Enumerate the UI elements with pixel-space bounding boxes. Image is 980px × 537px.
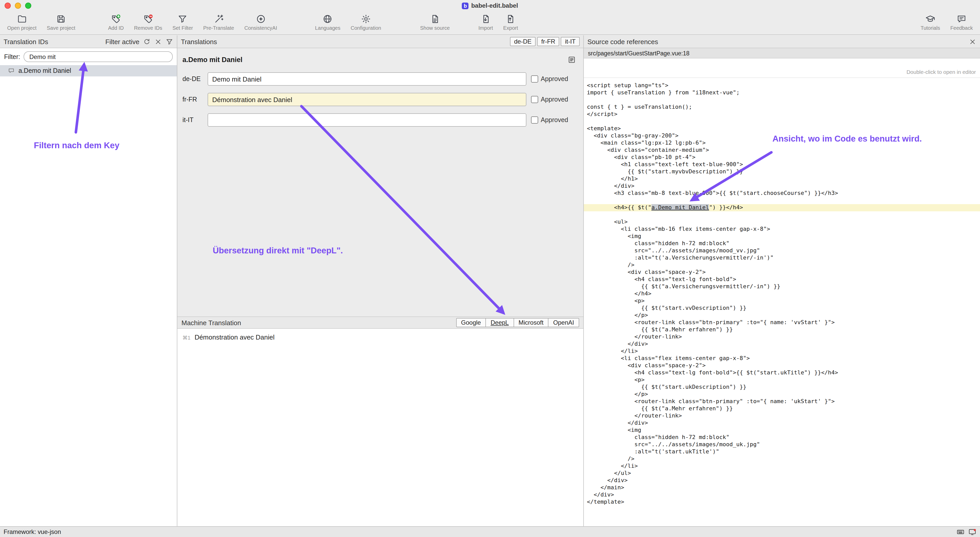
open-in-editor-hint: Double-click to open in editor [907, 69, 976, 75]
toolbar-configuration[interactable]: Configuration [347, 13, 385, 31]
code-line [587, 197, 980, 204]
code-line: <p> [587, 376, 980, 384]
lang-tab-de-de[interactable]: de-DE [510, 37, 536, 46]
wand-icon [213, 14, 224, 24]
refresh-filter-icon[interactable] [143, 38, 151, 45]
doc-icon [430, 14, 440, 24]
translation-row: it-ITApproved [183, 113, 577, 127]
toolbar-label: Remove IDs [134, 25, 162, 31]
toolbar-import[interactable]: Import [474, 13, 497, 31]
code-line [587, 118, 980, 125]
code-line: <ul> [587, 218, 980, 226]
code-line: class="hidden h-72 md:block" [587, 240, 980, 247]
toolbar-label: Export [503, 25, 518, 31]
toolbar-languages[interactable]: Languages [311, 13, 344, 31]
code-line [587, 96, 980, 104]
code-line: <h4>{{ $t("a.Demo mit Daniel") }}</h4> [584, 204, 980, 211]
toolbar-add-id[interactable]: Add ID [104, 13, 128, 31]
translation-id-list: a.Demo mit Daniel [0, 65, 177, 526]
code-line: <template> [587, 125, 980, 132]
close-window-button[interactable] [5, 3, 11, 9]
code-line: {{ $t("start.vvDescription") }} [587, 305, 980, 312]
translation-input-it-it[interactable] [208, 113, 527, 127]
code-line: </div> [587, 419, 980, 427]
approved-checkbox-it-it[interactable] [531, 116, 538, 124]
approved-checkbox-fr-fr[interactable] [531, 96, 538, 103]
code-line: {{ $t("a.Mehr erfahren") }} [587, 326, 980, 333]
zoom-window-button[interactable] [25, 3, 31, 9]
highlighted-translation-key[interactable]: a.Demo mit Daniel [651, 204, 709, 211]
filter-icon[interactable] [165, 38, 173, 45]
consistency-icon [256, 14, 266, 24]
clear-filter-icon[interactable] [154, 38, 162, 45]
translation-ids-title: Translation IDs [3, 38, 48, 45]
filter-input[interactable] [24, 51, 173, 62]
translation-input-fr-fr[interactable] [208, 93, 527, 106]
code-line: <script setup lang="ts"> [587, 82, 980, 89]
toolbar-save-project[interactable]: Save project [43, 13, 80, 31]
translation-input-de-de[interactable] [208, 72, 527, 86]
toolbar-tutorials[interactable]: Tutorials [916, 13, 944, 31]
code-line: <h4 class="text-lg font-bold">{{ $t("sta… [587, 369, 980, 376]
window-title: b babel-edit.babel [0, 2, 980, 9]
code-line: <router-link class="btn-primary" :to="{ … [587, 398, 980, 405]
toolbar-consistencyai[interactable]: ConsistencyAI [240, 13, 281, 31]
comment-icon[interactable] [567, 56, 576, 64]
mt-provider-deepl[interactable]: DeepL [486, 318, 514, 327]
funnel-icon [178, 14, 188, 24]
toolbar-remove-ids[interactable]: Remove IDs [130, 13, 166, 31]
code-line: </p> [587, 312, 980, 319]
translations-header: Translations de-DEfr-FRit-IT [177, 35, 583, 48]
code-line: {{ $t("start.ukDescription") }} [587, 384, 980, 391]
import-icon [480, 14, 491, 24]
toolbar-label: Open project [7, 25, 37, 31]
code-line: <div class="container-medium"> [587, 147, 980, 154]
toolbar-set-filter[interactable]: Set Filter [169, 13, 197, 31]
close-panel-icon[interactable] [969, 38, 977, 45]
file-reference[interactable]: src/pages/start/GuestStartPage.vue:18 [584, 48, 980, 59]
code-line: <img [587, 233, 980, 240]
entry-title: a.Demo mit Daniel [183, 56, 242, 64]
toolbar-export[interactable]: Export [499, 13, 522, 31]
statusbar: Framework: vue-json [0, 526, 980, 537]
translation-editor: a.Demo mit Daniel de-DEApprovedfr-FRAppr… [177, 48, 583, 317]
keyboard-icon[interactable] [956, 528, 965, 536]
mt-provider-openai[interactable]: OpenAI [549, 318, 579, 327]
machine-translation-title: Machine Translation [181, 319, 241, 327]
minimize-window-button[interactable] [15, 3, 21, 9]
code-line: <div class="space-y-2"> [587, 362, 980, 369]
translation-id-item[interactable]: a.Demo mit Daniel [0, 65, 177, 76]
code-line: <p> [587, 298, 980, 305]
mt-provider-google[interactable]: Google [456, 318, 486, 327]
main-area: Translation IDs Filter active Filter: a.… [0, 35, 980, 526]
code-view[interactable]: <script setup lang="ts">import { useTran… [584, 78, 980, 526]
toolbar-pre-translate[interactable]: Pre-Translate [199, 13, 238, 31]
tagminus-icon [143, 14, 153, 24]
translations-panel: Translations de-DEfr-FRit-IT a.Demo mit … [177, 35, 584, 526]
toolbar: Open projectSave projectAdd IDRemove IDs… [0, 11, 980, 35]
code-line: <h3 class="mb-8 text-blue-900">{{ $t("st… [587, 190, 980, 197]
lang-tab-fr-fr[interactable]: fr-FR [537, 37, 560, 46]
screen-recording-icon[interactable] [968, 528, 977, 536]
lang-tab-it-it[interactable]: it-IT [561, 37, 580, 46]
code-line: </template> [587, 499, 980, 506]
code-line: <li class="mb-16 flex items-center gap-x… [587, 226, 980, 233]
gear-icon [361, 14, 371, 24]
mt-suggestion[interactable]: ⌘1 Démonstration avec Daniel [177, 329, 583, 346]
tutorials-icon [925, 14, 935, 24]
mt-provider-microsoft[interactable]: Microsoft [514, 318, 549, 327]
code-line: src="../../assets/images/mood_vv.jpg" [587, 247, 980, 254]
source-references-title: Source code references [587, 38, 658, 45]
code-line: </script> [587, 111, 980, 118]
code-line: </router-link> [587, 413, 980, 419]
toolbar-show-source[interactable]: Show source [416, 13, 454, 31]
filter-active-label: Filter active [105, 38, 139, 45]
toolbar-feedback[interactable]: Feedback [946, 13, 977, 31]
toolbar-open-project[interactable]: Open project [3, 13, 41, 31]
code-line: <div class="pb-10 pt-4"> [587, 154, 980, 161]
code-line: <h4 class="text-lg font-bold"> [587, 276, 980, 283]
save-icon [56, 14, 66, 24]
language-label: fr-FR [183, 96, 203, 103]
approved-checkbox-de-de[interactable] [531, 75, 538, 83]
toolbar-label: Save project [47, 25, 75, 31]
